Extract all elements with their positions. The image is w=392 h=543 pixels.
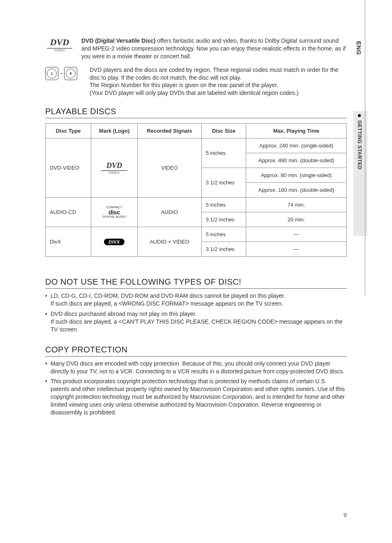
cell-time: Approx. 480 min. (double-sided) <box>246 153 347 168</box>
cell-time: 74 min. <box>246 198 347 212</box>
th-size: Disc Size <box>201 124 246 138</box>
cell-size: 5 inches <box>201 198 246 212</box>
cell-signals: AUDIO + VIDEO <box>138 227 202 257</box>
region-tilde: ~ <box>60 70 63 77</box>
cell-disc-type: DivX <box>46 227 91 257</box>
cell-cd-mark: COMPACT disc DIGITAL AUDIO <box>91 198 137 227</box>
dvd-video-logo: DVD VIDEO <box>45 37 74 60</box>
cell-disc-type: DVD-VIDEO <box>46 138 91 198</box>
table-row: DivX DIVX AUDIO + VIDEO 5 inches — <box>46 227 347 242</box>
donotuse-heading: DO NOT USE THE FOLLOWING TYPES OF DISC! <box>45 277 347 289</box>
cell-signals: AUDIO <box>138 198 202 227</box>
copy-list: Many DVD discs are encoded with copy pro… <box>45 360 347 416</box>
intro-bold: DVD (Digital Versatile Disc) <box>81 37 156 44</box>
playable-discs-heading: PLAYABLE DISCS <box>45 107 347 118</box>
cell-time: — <box>246 227 347 242</box>
list-item: LD, CD-G, CD-I, CD-ROM, DVD-ROM and DVD-… <box>45 292 347 308</box>
cell-size: 3 1/2 inches <box>201 242 246 257</box>
region-code-icons: 1 ~ 6 <box>45 66 82 81</box>
region-badge-1: 1 <box>45 67 58 80</box>
cell-divx-mark: DIVX <box>91 227 137 257</box>
cell-size: 3 1/2 inches <box>201 212 246 227</box>
intro-paragraph-1: DVD (Digital Versatile Disc) offers fant… <box>81 37 347 60</box>
table-row: DVD-VIDEO DVD VIDEO VIDEO 5 inches Appro… <box>46 138 347 153</box>
cell-time: Approx. 240 min. (single-sided) <box>246 138 347 153</box>
page-number: 9 <box>344 511 347 518</box>
table-row: AUDIO-CD COMPACT disc DIGITAL AUDIO AUDI… <box>46 198 347 212</box>
lang-tab: ENG <box>355 41 362 55</box>
table-header-row: Disc Type Mark (Logo) Recorded Signals D… <box>46 124 347 138</box>
cell-disc-type: AUDIO-CD <box>46 198 91 227</box>
th-max-time: Max. Playing Time <box>246 124 347 138</box>
cell-time: Approx. 160 min. (double-sided) <box>246 183 347 198</box>
copy-heading: COPY PROTECTION <box>45 345 347 357</box>
page-crop-line <box>365 0 365 296</box>
list-item: This product incorporates copyright prot… <box>45 377 347 416</box>
side-section-bullet <box>358 114 361 117</box>
cell-time: 20 min. <box>246 212 347 227</box>
th-signals: Recorded Signals <box>138 124 202 138</box>
side-section-label: GETTING STARTED <box>357 120 362 170</box>
cell-signals: VIDEO <box>138 138 202 198</box>
cell-size: 5 inches <box>201 227 246 242</box>
th-disc-type: Disc Type <box>46 124 91 138</box>
cell-size: 3 1/2 inches <box>201 168 246 198</box>
th-mark: Mark (Logo) <box>91 124 137 138</box>
region-badge-6: 6 <box>64 67 77 80</box>
intro-paragraph-2: DVD players and the discs are coded by r… <box>90 66 347 97</box>
cell-size: 5 inches <box>201 138 246 168</box>
donotuse-list: LD, CD-G, CD-I, CD-ROM, DVD-ROM and DVD-… <box>45 292 347 333</box>
cell-dvd-mark: DVD VIDEO <box>91 138 137 198</box>
list-item: Many DVD discs are encoded with copy pro… <box>45 360 347 375</box>
cell-time: — <box>246 242 347 257</box>
playable-discs-table: Disc Type Mark (Logo) Recorded Signals D… <box>45 123 347 257</box>
cell-time: Approx. 80 min. (single-sided) <box>246 168 347 183</box>
list-item: DVD discs purchased abroad may not play … <box>45 310 347 334</box>
